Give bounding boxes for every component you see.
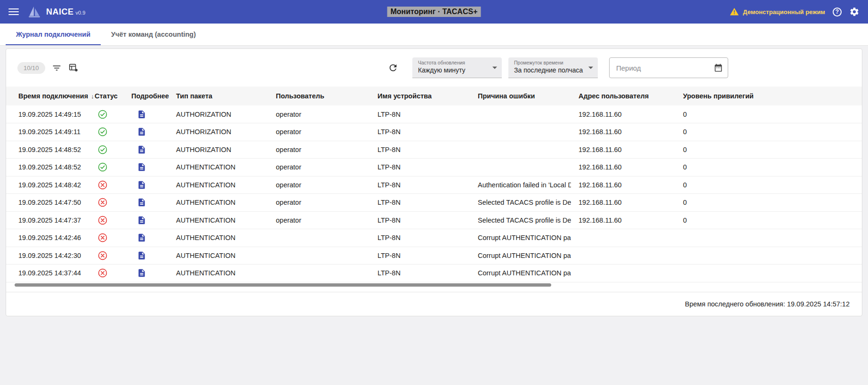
col-time[interactable]: Время подключения↓ [6, 87, 87, 105]
cell-status [87, 159, 124, 176]
cell-packet-type: AUTHENTICATION [169, 229, 268, 247]
details-document-icon[interactable] [137, 180, 146, 190]
period-date-field[interactable] [609, 57, 728, 78]
details-document-icon[interactable] [137, 162, 146, 172]
details-document-icon[interactable] [137, 251, 146, 260]
cell-privilege: 0 [675, 123, 862, 141]
cell-device: LTP-8N [370, 211, 470, 229]
cell-status [87, 229, 124, 247]
cell-time: 19.09.2025 14:47:50 [6, 194, 87, 212]
cell-user: operator [268, 194, 370, 212]
success-status-icon [97, 162, 108, 172]
col-details[interactable]: Подробнее [124, 87, 169, 105]
filter-icon[interactable] [52, 63, 62, 73]
cell-privilege: 0 [675, 141, 862, 159]
fail-status-icon [97, 250, 108, 261]
calendar-icon[interactable] [714, 63, 723, 72]
cell-packet-type: AUTHORIZATION [169, 123, 268, 141]
col-device[interactable]: Имя устройства [370, 87, 470, 105]
table-body: 19.09.2025 14:49:15 AUTHO [6, 105, 862, 282]
menu-icon[interactable] [8, 8, 19, 15]
tab-accounting[interactable]: Учёт команд (accounting) [101, 24, 206, 45]
app-name: NAICE v0.9 [46, 7, 85, 17]
cell-details [124, 211, 169, 229]
cell-device: LTP-8N [370, 141, 470, 159]
page-title: Мониторинг · TACACS+ [387, 7, 481, 17]
details-document-icon[interactable] [137, 268, 146, 278]
table-row[interactable]: 19.09.2025 14:47:50 AUTHE [6, 194, 862, 212]
table-row[interactable]: 19.09.2025 14:47:37 AUTHE [6, 211, 862, 229]
sort-desc-icon: ↓ [91, 93, 94, 100]
table-header-row: Время подключения↓ Статус Подробнее Тип … [6, 87, 862, 105]
details-document-icon[interactable] [137, 110, 146, 119]
time-span-select[interactable]: Промежуток времени За последние полчаса [508, 57, 598, 78]
tab-connections-log[interactable]: Журнал подключений [6, 24, 101, 45]
cell-details [124, 159, 169, 176]
col-address[interactable]: Адрес пользователя [571, 87, 675, 105]
cell-packet-type: AUTHENTICATION [169, 211, 268, 229]
details-document-icon[interactable] [137, 127, 146, 136]
details-document-icon[interactable] [137, 145, 146, 154]
cell-time: 19.09.2025 14:37:44 [6, 265, 87, 282]
cell-address: 192.168.11.60 [571, 194, 675, 212]
cell-privilege: 0 [675, 211, 862, 229]
success-status-icon [97, 127, 108, 137]
cell-status [87, 176, 124, 194]
col-packet-type[interactable]: Тип пакета [169, 87, 268, 105]
cell-details [124, 194, 169, 212]
help-icon[interactable]: ? [833, 8, 842, 16]
details-document-icon[interactable] [137, 198, 146, 207]
table-row[interactable]: 19.09.2025 14:42:46 AUTHE [6, 229, 862, 247]
scrollbar-thumb[interactable] [15, 283, 551, 287]
table-row[interactable]: 19.09.2025 14:49:15 AUTHO [6, 105, 862, 123]
col-error[interactable]: Причина ошибки [470, 87, 571, 105]
cell-error: Corrupt AUTHENTICATION pack... [470, 247, 571, 265]
cell-address: 192.168.11.60 [571, 176, 675, 194]
cell-privilege [675, 247, 862, 265]
table-row[interactable]: 19.09.2025 14:42:30 AUTHE [6, 247, 862, 265]
details-document-icon[interactable] [137, 216, 146, 225]
fail-status-icon [97, 215, 108, 225]
column-settings-icon[interactable] [68, 63, 79, 73]
table-row[interactable]: 19.09.2025 14:48:42 AUTHE [6, 176, 862, 194]
table-row[interactable]: 19.09.2025 14:37:44 AUTHE [6, 265, 862, 282]
chevron-down-icon [588, 66, 593, 69]
cell-address [571, 229, 675, 247]
cell-time: 19.09.2025 14:48:52 [6, 141, 87, 159]
table-row[interactable]: 19.09.2025 14:48:52 AUTHE [6, 159, 862, 176]
warning-icon [730, 7, 739, 16]
cell-error: Corrupt AUTHENTICATION pack... [470, 265, 571, 282]
cell-time: 19.09.2025 14:49:11 [6, 123, 87, 141]
cell-address: 192.168.11.60 [571, 105, 675, 123]
table-row[interactable]: 19.09.2025 14:48:52 AUTHO [6, 141, 862, 159]
cell-privilege: 0 [675, 176, 862, 194]
period-input[interactable] [616, 64, 710, 72]
cell-packet-type: AUTHENTICATION [169, 247, 268, 265]
refresh-rate-select[interactable]: Частота обновления Каждую минуту [412, 57, 502, 78]
cell-device: LTP-8N [370, 176, 470, 194]
cell-address [571, 265, 675, 282]
cell-packet-type: AUTHENTICATION [169, 265, 268, 282]
refresh-icon[interactable] [388, 63, 398, 73]
cell-error [470, 159, 571, 176]
settings-gear-icon[interactable] [849, 7, 860, 17]
cell-time: 19.09.2025 14:48:52 [6, 159, 87, 176]
table-row[interactable]: 19.09.2025 14:49:11 AUTHO [6, 123, 862, 141]
cell-packet-type: AUTHENTICATION [169, 176, 268, 194]
cell-details [124, 247, 169, 265]
col-privilege[interactable]: Уровень привилегий [675, 87, 862, 105]
fail-status-icon [97, 268, 108, 278]
last-update-status: Время последнего обновления: 19.09.2025 … [6, 292, 862, 316]
cell-error [470, 123, 571, 141]
horizontal-scrollbar[interactable] [8, 283, 860, 287]
cell-user: operator [268, 159, 370, 176]
cell-user: operator [268, 123, 370, 141]
details-document-icon[interactable] [137, 233, 146, 242]
toolbar: 10/10 Частота обновления Каждую минуту [6, 49, 862, 87]
col-user[interactable]: Пользователь [268, 87, 370, 105]
cell-user: operator [268, 211, 370, 229]
cell-device: LTP-8N [370, 265, 470, 282]
cell-status [87, 247, 124, 265]
cell-details [124, 229, 169, 247]
cell-error: Authentication failed in 'Local D... [470, 176, 571, 194]
